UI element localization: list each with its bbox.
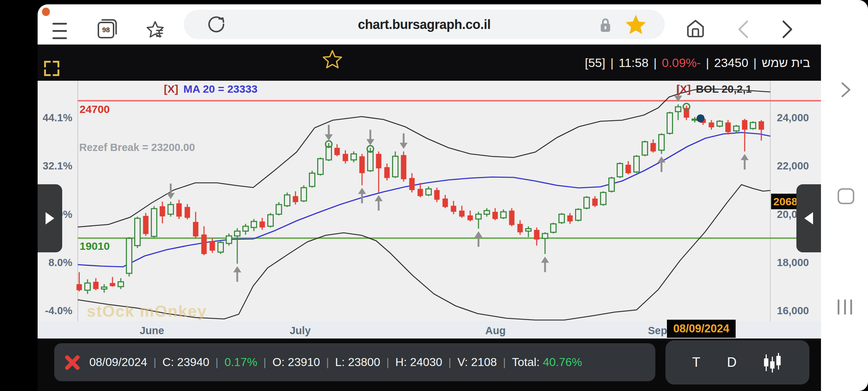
candle — [393, 156, 398, 177]
right-panel-handle[interactable] — [796, 184, 821, 252]
candle — [584, 197, 590, 208]
candle — [135, 218, 140, 245]
candle — [426, 189, 431, 195]
candle — [451, 206, 456, 212]
candle — [152, 209, 157, 236]
candle — [709, 122, 714, 127]
candle — [726, 122, 731, 132]
candle — [268, 215, 273, 226]
ohlc-field: Total: 40.76% — [512, 356, 582, 369]
candle — [85, 283, 90, 290]
nav-home-icon[interactable] — [838, 188, 854, 204]
address-bar[interactable]: chart.bursagraph.co.il — [184, 10, 665, 39]
candle — [401, 155, 407, 179]
ohlc-field: C: 23940 — [162, 356, 209, 369]
ma-indicator-label[interactable]: [X]MA 20 = 23333 — [164, 83, 258, 95]
candle — [160, 206, 165, 216]
home-icon[interactable] — [685, 18, 706, 39]
candle — [692, 119, 698, 120]
browser-back-icon[interactable] — [736, 20, 751, 39]
timeframe-panel: T D — [665, 340, 809, 384]
candle — [251, 222, 257, 228]
candle — [493, 212, 498, 219]
ohlc-field: H: 24030 — [395, 356, 442, 369]
candle — [310, 173, 315, 186]
timeframe-d-button[interactable]: D — [727, 355, 737, 370]
ohlc-field: 08/09/2024 — [89, 356, 147, 369]
ohlc-info-panel: 08/09/2024|C: 23940|0.17%|O: 23910|L: 23… — [54, 343, 655, 381]
ticker-field: בית שמש — [762, 56, 810, 70]
ticker-header: [55]|11:58|0.09%-|23450|בית שמש — [38, 45, 821, 81]
month-label: June — [140, 325, 164, 337]
ticker-field: 0.09%- — [662, 56, 701, 70]
chart-area[interactable]: [X]MA 20 = 23333 [X]BOL 20,2,1 24700 190… — [38, 81, 821, 339]
nav-recents-icon[interactable] — [838, 299, 852, 315]
candle — [243, 226, 248, 231]
candle — [518, 224, 523, 232]
browser-forward-icon[interactable] — [780, 20, 795, 39]
candle — [235, 231, 240, 236]
percent-tick: 32.1% — [43, 160, 72, 172]
candle — [626, 165, 631, 173]
left-panel-handle[interactable] — [38, 184, 62, 252]
candle — [576, 209, 581, 220]
candle — [343, 154, 348, 161]
date-tooltip: 08/09/2024 — [667, 320, 736, 338]
bookmarks-icon[interactable] — [145, 20, 166, 41]
candle — [176, 203, 182, 217]
candle — [717, 121, 723, 126]
candle — [617, 164, 623, 177]
rezef-break-label: Rezef Break = 23200.00 — [79, 142, 195, 154]
candle — [102, 287, 107, 289]
url-text[interactable]: chart.bursagraph.co.il — [184, 10, 665, 39]
month-label: Sep — [648, 325, 667, 337]
candle — [534, 230, 540, 240]
candle — [276, 205, 282, 214]
candle — [476, 214, 481, 219]
candle — [501, 212, 506, 218]
price-tick: 16,000 — [777, 305, 809, 317]
camera-indicator-dot — [42, 8, 50, 16]
candle — [201, 235, 207, 254]
menu-icon[interactable] — [52, 23, 67, 39]
close-crosshair-icon[interactable] — [64, 354, 81, 371]
candle — [285, 195, 290, 206]
month-label: Aug — [485, 325, 506, 337]
browser-toolbar: 98 chart.bursagraph.co.il — [38, 4, 821, 45]
candle — [592, 198, 598, 206]
bol-remove-button[interactable]: [X] — [676, 83, 691, 95]
nav-back-icon[interactable] — [841, 82, 851, 98]
chart-type-candles-icon[interactable] — [763, 352, 783, 373]
ma-remove-button[interactable]: [X] — [164, 83, 178, 95]
watchlist-star-icon[interactable] — [322, 49, 342, 69]
support-line-label: 19010 — [80, 240, 110, 252]
candle — [318, 159, 323, 174]
candle — [750, 122, 756, 129]
candlestick-chart[interactable] — [38, 81, 821, 339]
timeframe-t-button[interactable]: T — [692, 355, 701, 370]
candle — [118, 282, 124, 286]
candle — [434, 190, 440, 200]
candle — [335, 148, 340, 155]
bol-indicator-label[interactable]: [X]BOL 20,2,1 — [676, 83, 752, 95]
signal-arrows — [167, 86, 749, 282]
ticker-info: [55]|11:58|0.09%-|23450|בית שמש — [585, 45, 810, 81]
percent-tick: 8.0% — [48, 257, 72, 269]
price-tick: 18,000 — [777, 257, 809, 269]
candle — [659, 135, 664, 150]
candle — [676, 107, 681, 112]
fullscreen-icon[interactable] — [44, 61, 59, 76]
candle — [93, 282, 99, 289]
candle — [759, 121, 764, 130]
candle — [359, 156, 365, 173]
candle — [409, 178, 415, 190]
candle — [484, 211, 490, 214]
price-tick: 24,000 — [777, 112, 809, 124]
favorite-star-icon[interactable] — [624, 13, 647, 36]
candle — [351, 154, 357, 160]
watermark: stOck mOnkey — [87, 302, 207, 320]
tabs-count-button[interactable]: 98 — [98, 22, 114, 38]
candle — [260, 222, 265, 228]
expand-right-icon — [46, 212, 54, 224]
candle — [185, 207, 190, 218]
